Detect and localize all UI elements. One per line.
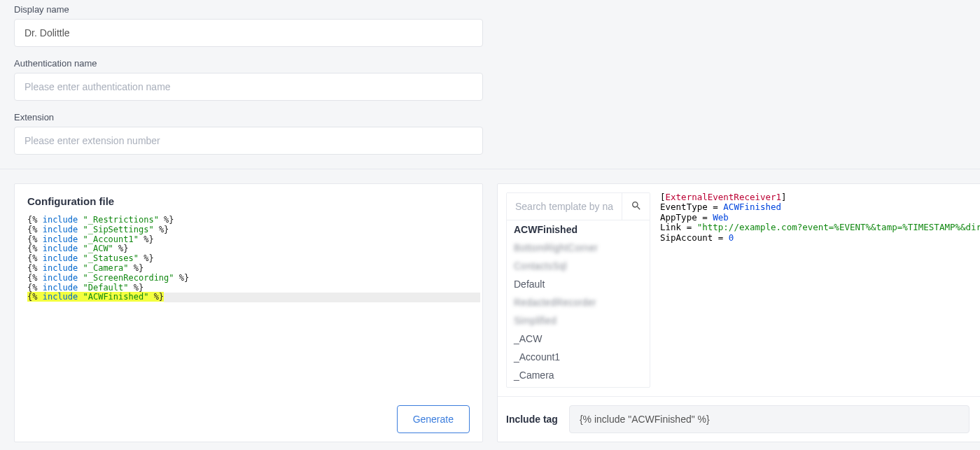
config-title: Configuration file xyxy=(15,184,482,216)
code-line: {% include "_Account1" %} xyxy=(27,235,470,245)
preview-code[interactable]: [ExternalEventReceiver1] EventType = ACW… xyxy=(659,192,980,388)
template-search-input[interactable] xyxy=(507,193,622,220)
display-name-label: Display name xyxy=(14,4,483,15)
generate-button[interactable]: Generate xyxy=(397,405,470,433)
auth-name-group: Authentication name xyxy=(14,58,483,101)
search-icon xyxy=(631,200,642,213)
code-line: {% include "_SipSettings" %} xyxy=(27,225,470,235)
display-name-group: Display name xyxy=(14,4,483,47)
bottom-section: Configuration file {% include "_Restrict… xyxy=(0,169,980,450)
template-column: ACWFinishedBottomRightCornerContactsSqlD… xyxy=(506,192,650,388)
include-tag-value[interactable]: {% include "ACWFinished" %} xyxy=(569,405,969,433)
code-line: {% include "_Camera" %} xyxy=(27,264,470,274)
code-line: {% include "ACWFinished" %} xyxy=(27,293,470,302)
code-line: {% include "_ScreenRecording" %} xyxy=(27,274,470,283)
template-list[interactable]: ACWFinishedBottomRightCornerContactsSqlD… xyxy=(507,220,650,387)
template-item[interactable]: Default xyxy=(507,275,650,293)
template-item[interactable]: BottomRightCorner xyxy=(507,239,650,257)
config-panel: Configuration file {% include "_Restrict… xyxy=(14,183,483,442)
template-search-button[interactable] xyxy=(622,193,650,220)
config-code-editor[interactable]: {% include "_Restrictions" %}{% include … xyxy=(15,216,482,397)
template-body: ACWFinishedBottomRightCornerContactsSqlD… xyxy=(498,184,980,396)
include-tag-label: Include tag xyxy=(506,414,558,425)
form-section: Display name Authentication name Extensi… xyxy=(0,0,980,169)
template-item[interactable]: _Account1 xyxy=(507,348,650,366)
template-item[interactable]: RedactedRecorder xyxy=(507,293,650,311)
extension-input[interactable] xyxy=(14,127,483,155)
code-line: {% include "Default" %} xyxy=(27,283,470,293)
include-row: Include tag {% include "ACWFinished" %} … xyxy=(498,396,980,442)
template-item[interactable]: ACWFinished xyxy=(507,220,650,239)
auth-name-input[interactable] xyxy=(14,73,483,101)
auth-name-label: Authentication name xyxy=(14,58,483,69)
generate-row: Generate xyxy=(15,397,482,442)
extension-group: Extension xyxy=(14,112,483,155)
template-search-row xyxy=(507,193,650,220)
code-line: {% include "_ACW" %} xyxy=(27,244,470,254)
code-line: {% include "_Statuses" %} xyxy=(27,254,470,264)
extension-label: Extension xyxy=(14,112,483,122)
preview-column: [ExternalEventReceiver1] EventType = ACW… xyxy=(659,192,980,388)
template-panel: ACWFinishedBottomRightCornerContactsSqlD… xyxy=(497,183,980,442)
template-item[interactable]: ContactsSql xyxy=(507,257,650,275)
code-line: {% include "_Restrictions" %} xyxy=(27,216,470,225)
display-name-input[interactable] xyxy=(14,19,483,47)
template-item[interactable]: _Camera xyxy=(507,366,650,384)
template-item[interactable]: Simplified xyxy=(507,311,650,330)
template-item[interactable]: _ACW xyxy=(507,330,650,348)
